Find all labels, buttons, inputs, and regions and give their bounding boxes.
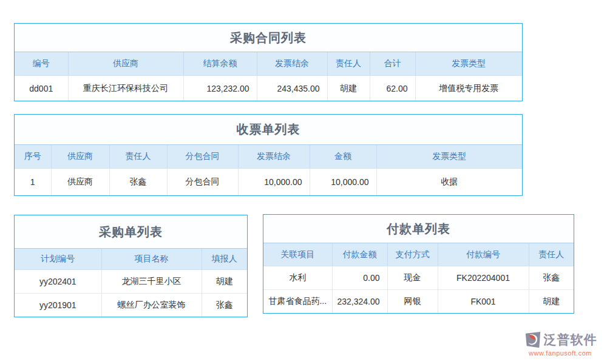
- cell-subcontract: 分包合同: [167, 169, 238, 196]
- table-row[interactable]: dd001 重庆长江环保科技公司 123,232.00 243,435.00 胡…: [15, 76, 522, 101]
- column-header: 发票类型: [415, 52, 522, 76]
- column-header: 关联项目: [263, 243, 332, 266]
- header-row: 序号 供应商 责任人 分包合同 发票结余 金额 发票类型: [15, 145, 522, 169]
- table-row[interactable]: 1 供应商 张鑫 分包合同 10,000.00 10,000.00 收据: [15, 169, 522, 196]
- cell-payment-method: 网银: [387, 290, 438, 314]
- table-row[interactable]: 甘肃省食品药... 232,324.00 网银 FK001 胡建: [263, 290, 574, 314]
- purchase-order-title: 采购单列表: [15, 215, 247, 248]
- column-header: 发票结余: [257, 52, 327, 76]
- payment-order-table: 付款单列表 关联项目 付款金额 支付方式 付款编号 责任人 水利 0.00 现金…: [263, 214, 574, 314]
- column-header: 分包合同: [167, 145, 238, 169]
- brand-url[interactable]: www.fanpusoft.com: [517, 349, 603, 357]
- cell-invoice-balance: 243,435.00: [257, 76, 327, 101]
- cell-related-project: 水利: [263, 266, 332, 290]
- purchase-contract-title: 采购合同列表: [15, 24, 522, 52]
- cell-payment-no: FK202204001: [438, 266, 529, 290]
- cell-supplier: 供应商: [51, 169, 109, 196]
- cell-invoice-type: 增值税专用发票: [415, 76, 522, 101]
- payment-order-title: 付款单列表: [263, 215, 574, 243]
- column-header: 编号: [15, 52, 68, 76]
- header-row: 计划编号 项目名称 填报人: [15, 249, 247, 270]
- cell-amount: 10,000.00: [310, 169, 376, 196]
- cell-responsible: 胡建: [529, 290, 574, 314]
- column-header: 序号: [15, 145, 51, 169]
- purchase-contract-table: 采购合同列表 编号 供应商 结算余额 发票结余 责任人 合计 发票类型 dd00…: [14, 23, 523, 101]
- cell-project-name: 龙湖三千里小区: [101, 270, 202, 294]
- purchase-order-table: 采购单列表 计划编号 项目名称 填报人 yy202401 龙湖三千里小区 胡建 …: [14, 215, 248, 317]
- column-header: 发票结余: [238, 145, 310, 169]
- column-header: 责任人: [327, 52, 370, 76]
- cell-contract-no: dd001: [15, 76, 68, 101]
- receipt-title: 收票单列表: [15, 115, 522, 144]
- receipt-table: 收票单列表 序号 供应商 责任人 分包合同 发票结余 金额 发票类型 1 供应商…: [14, 114, 523, 196]
- cell-plan-no: yy201901: [15, 294, 101, 317]
- cell-filler: 胡建: [202, 270, 247, 294]
- cell-payment-method: 现金: [387, 266, 438, 290]
- column-header: 供应商: [68, 52, 183, 76]
- column-header: 项目名称: [101, 249, 202, 270]
- column-header: 金额: [310, 145, 376, 169]
- column-header: 发票类型: [376, 145, 522, 169]
- column-header: 支付方式: [387, 243, 438, 266]
- column-header: 付款金额: [332, 243, 387, 266]
- brand-footer: 泛普软件 www.fanpusoft.com: [517, 331, 603, 357]
- cell-related-project: 甘肃省食品药...: [263, 290, 332, 314]
- cell-seq-no: 1: [15, 169, 51, 196]
- column-header: 计划编号: [15, 249, 101, 270]
- header-row: 编号 供应商 结算余额 发票结余 责任人 合计 发票类型: [15, 52, 522, 76]
- cell-payment-amount: 0.00: [332, 266, 387, 290]
- cell-responsible: 张鑫: [109, 169, 167, 196]
- cell-payment-amount: 232,324.00: [332, 290, 387, 314]
- table-row[interactable]: yy202401 龙湖三千里小区 胡建: [15, 270, 247, 294]
- column-header: 责任人: [529, 243, 574, 266]
- table-row[interactable]: yy201901 螺丝厂办公室装饰 张鑫: [15, 294, 247, 317]
- column-header: 供应商: [51, 145, 109, 169]
- fanpu-logo-icon: [524, 331, 542, 349]
- cell-responsible: 张鑫: [529, 266, 574, 290]
- column-header: 付款编号: [438, 243, 529, 266]
- table-row[interactable]: 水利 0.00 现金 FK202204001 张鑫: [263, 266, 574, 290]
- column-header: 填报人: [202, 249, 247, 270]
- column-header: 责任人: [109, 145, 167, 169]
- cell-payment-no: FK001: [438, 290, 529, 314]
- cell-filler: 张鑫: [202, 294, 247, 317]
- brand-name: 泛普软件: [544, 331, 597, 349]
- cell-settlement-balance: 123,232.00: [183, 76, 257, 101]
- column-header: 合计: [370, 52, 415, 76]
- cell-invoice-type: 收据: [376, 169, 522, 196]
- cell-project-name: 螺丝厂办公室装饰: [101, 294, 202, 317]
- cell-supplier: 重庆长江环保科技公司: [68, 76, 183, 101]
- cell-invoice-balance: 10,000.00: [238, 169, 310, 196]
- cell-plan-no: yy202401: [15, 270, 101, 294]
- cell-total: 62.00: [370, 76, 415, 101]
- cell-responsible: 胡建: [327, 76, 370, 101]
- header-row: 关联项目 付款金额 支付方式 付款编号 责任人: [263, 243, 574, 266]
- column-header: 结算余额: [183, 52, 257, 76]
